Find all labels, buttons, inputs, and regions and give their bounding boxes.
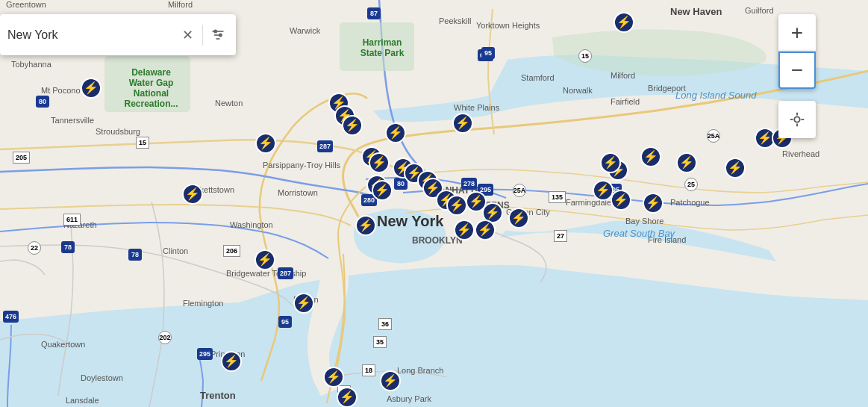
- shield-i95-2: 95: [481, 47, 495, 59]
- svg-text:⚡: ⚡: [372, 155, 387, 170]
- shield-i95-1: 95: [278, 316, 292, 328]
- filter-button[interactable]: [202, 25, 228, 46]
- svg-text:⚡: ⚡: [383, 373, 398, 388]
- ev-marker[interactable]: ⚡: [474, 219, 496, 241]
- zoom-in-button[interactable]: +: [778, 14, 816, 52]
- svg-point-90: [794, 116, 799, 122]
- svg-text:⚡: ⚡: [603, 155, 618, 170]
- svg-text:⚡: ⚡: [646, 196, 661, 210]
- svg-text:⚡: ⚡: [758, 131, 772, 145]
- ev-marker[interactable]: ⚡: [336, 386, 358, 407]
- shield-rt135: 135: [549, 191, 566, 203]
- shield-rt35: 35: [373, 336, 387, 348]
- svg-text:⚡: ⚡: [185, 187, 200, 201]
- svg-text:⚡: ⚡: [224, 354, 239, 368]
- shield-rt27-1: 27: [554, 230, 567, 242]
- svg-text:⚡: ⚡: [616, 15, 631, 29]
- ev-marker[interactable]: ⚡: [355, 214, 377, 237]
- svg-point-89: [219, 34, 222, 36]
- svg-text:⚡: ⚡: [296, 296, 311, 310]
- zoom-controls: + −: [778, 14, 816, 89]
- shield-i87: 87: [367, 7, 381, 19]
- shield-rt25: 25: [684, 178, 698, 191]
- search-bar: ✕: [0, 14, 236, 55]
- shield-us15: 15: [578, 49, 592, 63]
- ev-marker[interactable]: ⚡: [181, 183, 204, 205]
- svg-text:⚡: ⚡: [258, 136, 273, 150]
- ev-marker[interactable]: ⚡: [255, 132, 277, 155]
- ev-marker[interactable]: ⚡: [724, 157, 746, 179]
- shield-us202: 202: [158, 331, 172, 344]
- ev-marker[interactable]: ⚡: [453, 219, 475, 241]
- svg-text:⚡: ⚡: [375, 183, 390, 197]
- ev-marker[interactable]: ⚡: [642, 192, 664, 214]
- ev-marker[interactable]: ⚡: [293, 292, 315, 314]
- shield-i295-2: 295: [197, 348, 213, 360]
- ev-marker[interactable]: ⚡: [613, 11, 635, 34]
- svg-text:⚡: ⚡: [679, 155, 694, 170]
- ev-marker[interactable]: ⚡: [368, 152, 390, 174]
- ev-marker[interactable]: ⚡: [384, 122, 407, 144]
- ev-marker[interactable]: ⚡: [452, 112, 474, 134]
- shield-i78-2: 78: [61, 241, 75, 253]
- ev-marker[interactable]: ⚡: [220, 350, 243, 373]
- svg-text:⚡: ⚡: [455, 116, 470, 130]
- map-background: [0, 0, 868, 407]
- svg-text:⚡: ⚡: [643, 149, 658, 164]
- ev-marker[interactable]: ⚡: [599, 152, 622, 174]
- ev-marker[interactable]: ⚡: [254, 249, 276, 271]
- search-input[interactable]: [7, 28, 173, 42]
- ev-marker[interactable]: ⚡: [610, 189, 632, 211]
- shield-i476: 476: [3, 311, 19, 323]
- clear-button[interactable]: ✕: [179, 24, 196, 46]
- shield-25a-2: 25A: [513, 184, 526, 197]
- svg-point-88: [214, 30, 216, 32]
- ev-marker[interactable]: ⚡: [508, 207, 530, 229]
- shield-rt206: 206: [223, 245, 240, 257]
- ev-marker[interactable]: ⚡: [379, 370, 402, 392]
- svg-rect-1: [340, 22, 414, 71]
- map-container: New York BROOKLYN MANHATTAN QUEENS New H…: [0, 0, 868, 407]
- shield-i78-1: 78: [128, 249, 142, 261]
- svg-text:⚡: ⚡: [728, 161, 743, 175]
- svg-text:⚡: ⚡: [613, 193, 628, 207]
- svg-text:⚡: ⚡: [457, 223, 472, 237]
- svg-text:⚡: ⚡: [358, 218, 373, 232]
- my-location-button[interactable]: [778, 101, 816, 138]
- shield-25a-1: 25A: [707, 129, 720, 143]
- svg-text:⚡: ⚡: [596, 183, 611, 197]
- shield-rt205: 205: [13, 152, 30, 164]
- svg-text:⚡: ⚡: [345, 118, 360, 132]
- svg-text:⚡: ⚡: [340, 390, 355, 404]
- shield-i287-2: 287: [278, 267, 293, 279]
- svg-text:⚡: ⚡: [449, 198, 464, 212]
- shield-us22: 22: [28, 241, 41, 255]
- ev-marker[interactable]: ⚡: [640, 146, 662, 168]
- svg-text:⚡: ⚡: [326, 370, 341, 384]
- ev-marker[interactable]: ⚡: [341, 114, 363, 137]
- ev-marker[interactable]: ⚡: [80, 77, 102, 99]
- ev-marker[interactable]: ⚡: [371, 179, 393, 202]
- ev-marker[interactable]: ⚡: [675, 152, 698, 174]
- shield-i278: 278: [461, 178, 477, 190]
- shield-i287-1: 287: [317, 140, 333, 152]
- svg-rect-2: [104, 56, 190, 112]
- svg-text:⚡: ⚡: [478, 223, 493, 237]
- shield-rt36: 36: [378, 318, 392, 330]
- shield-rt611: 611: [63, 214, 81, 226]
- shield-i80-2: 80: [36, 96, 49, 108]
- svg-text:⚡: ⚡: [84, 81, 99, 95]
- svg-text:⚡: ⚡: [388, 125, 403, 140]
- svg-text:⚡: ⚡: [511, 211, 526, 225]
- svg-text:⚡: ⚡: [257, 252, 272, 267]
- ev-marker[interactable]: ⚡: [322, 366, 345, 388]
- shield-rt15: 15: [136, 137, 149, 149]
- svg-text:⚡: ⚡: [485, 205, 500, 220]
- zoom-out-button[interactable]: −: [778, 52, 816, 89]
- shield-rt18: 18: [362, 364, 375, 376]
